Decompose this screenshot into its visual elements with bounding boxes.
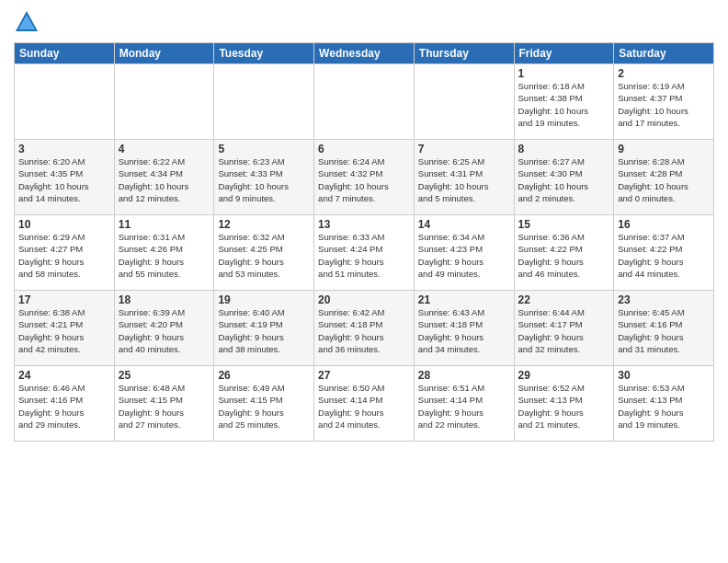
day-number: 4: [119, 143, 210, 155]
day-number: 27: [318, 369, 410, 382]
day-number: 15: [518, 218, 610, 231]
day-number: 16: [618, 218, 710, 231]
day-info: Sunrise: 6:25 AM Sunset: 4:31 PM Dayligh…: [418, 155, 510, 204]
day-info: Sunrise: 6:31 AM Sunset: 4:26 PM Dayligh…: [119, 231, 210, 280]
calendar-cell: 7Sunrise: 6:25 AM Sunset: 4:31 PM Daylig…: [414, 140, 514, 215]
calendar-cell: 19Sunrise: 6:40 AM Sunset: 4:19 PM Dayli…: [214, 291, 314, 366]
day-number: 1: [518, 67, 610, 80]
day-info: Sunrise: 6:36 AM Sunset: 4:22 PM Dayligh…: [518, 231, 610, 280]
calendar-cell: 25Sunrise: 6:48 AM Sunset: 4:15 PM Dayli…: [114, 366, 214, 442]
day-info: Sunrise: 6:50 AM Sunset: 4:14 PM Dayligh…: [318, 382, 410, 431]
day-info: Sunrise: 6:22 AM Sunset: 4:34 PM Dayligh…: [119, 155, 210, 204]
calendar-week-row: 10Sunrise: 6:29 AM Sunset: 4:27 PM Dayli…: [15, 215, 714, 291]
day-header: Saturday: [614, 43, 714, 64]
calendar-cell: 10Sunrise: 6:29 AM Sunset: 4:27 PM Dayli…: [15, 215, 115, 291]
header-row: SundayMondayTuesdayWednesdayThursdayFrid…: [15, 43, 714, 64]
day-number: 28: [418, 369, 510, 382]
day-info: Sunrise: 6:19 AM Sunset: 4:37 PM Dayligh…: [618, 80, 710, 129]
calendar-cell: 11Sunrise: 6:31 AM Sunset: 4:26 PM Dayli…: [114, 215, 214, 291]
day-info: Sunrise: 6:53 AM Sunset: 4:13 PM Dayligh…: [618, 382, 710, 431]
calendar-cell: 6Sunrise: 6:24 AM Sunset: 4:32 PM Daylig…: [314, 140, 415, 215]
day-number: 30: [618, 369, 710, 382]
day-number: 12: [218, 218, 310, 231]
calendar-cell: 4Sunrise: 6:22 AM Sunset: 4:34 PM Daylig…: [114, 140, 214, 215]
calendar-cell: 29Sunrise: 6:52 AM Sunset: 4:13 PM Dayli…: [514, 366, 614, 442]
calendar-cell: 23Sunrise: 6:45 AM Sunset: 4:16 PM Dayli…: [614, 291, 714, 366]
calendar-cell: [114, 64, 214, 140]
logo: [14, 9, 43, 35]
calendar-cell: 5Sunrise: 6:23 AM Sunset: 4:33 PM Daylig…: [214, 140, 314, 215]
day-info: Sunrise: 6:40 AM Sunset: 4:19 PM Dayligh…: [218, 306, 310, 355]
day-number: 26: [218, 369, 310, 382]
calendar-week-row: 17Sunrise: 6:38 AM Sunset: 4:21 PM Dayli…: [15, 291, 714, 366]
day-info: Sunrise: 6:27 AM Sunset: 4:30 PM Dayligh…: [518, 155, 610, 204]
calendar-cell: 12Sunrise: 6:32 AM Sunset: 4:25 PM Dayli…: [214, 215, 314, 291]
day-number: 17: [18, 293, 110, 306]
day-number: 18: [119, 293, 210, 306]
day-number: 9: [618, 143, 710, 155]
calendar-cell: 22Sunrise: 6:44 AM Sunset: 4:17 PM Dayli…: [514, 291, 614, 366]
calendar-cell: 24Sunrise: 6:46 AM Sunset: 4:16 PM Dayli…: [15, 366, 115, 442]
calendar-cell: 18Sunrise: 6:39 AM Sunset: 4:20 PM Dayli…: [114, 291, 214, 366]
day-number: 29: [518, 369, 610, 382]
calendar-week-row: 24Sunrise: 6:46 AM Sunset: 4:16 PM Dayli…: [15, 366, 714, 442]
day-info: Sunrise: 6:43 AM Sunset: 4:18 PM Dayligh…: [418, 306, 510, 355]
day-info: Sunrise: 6:42 AM Sunset: 4:18 PM Dayligh…: [318, 306, 410, 355]
calendar-cell: [15, 64, 115, 140]
day-info: Sunrise: 6:45 AM Sunset: 4:16 PM Dayligh…: [618, 306, 710, 355]
day-info: Sunrise: 6:46 AM Sunset: 4:16 PM Dayligh…: [18, 382, 110, 431]
day-header: Monday: [114, 43, 214, 64]
day-info: Sunrise: 6:37 AM Sunset: 4:22 PM Dayligh…: [618, 231, 710, 280]
day-info: Sunrise: 6:18 AM Sunset: 4:38 PM Dayligh…: [518, 80, 610, 129]
day-number: 6: [318, 143, 410, 155]
calendar-cell: 26Sunrise: 6:49 AM Sunset: 4:15 PM Dayli…: [214, 366, 314, 442]
day-number: 22: [518, 293, 610, 306]
day-header: Wednesday: [314, 43, 415, 64]
day-info: Sunrise: 6:29 AM Sunset: 4:27 PM Dayligh…: [18, 231, 110, 280]
page: SundayMondayTuesdayWednesdayThursdayFrid…: [0, 0, 728, 563]
calendar-cell: 16Sunrise: 6:37 AM Sunset: 4:22 PM Dayli…: [614, 215, 714, 291]
day-info: Sunrise: 6:28 AM Sunset: 4:28 PM Dayligh…: [618, 155, 710, 204]
calendar-cell: 1Sunrise: 6:18 AM Sunset: 4:38 PM Daylig…: [514, 64, 614, 140]
day-info: Sunrise: 6:20 AM Sunset: 4:35 PM Dayligh…: [18, 155, 110, 204]
day-info: Sunrise: 6:38 AM Sunset: 4:21 PM Dayligh…: [18, 306, 110, 355]
calendar-cell: [214, 64, 314, 140]
day-number: 11: [119, 218, 210, 231]
day-number: 25: [119, 369, 210, 382]
day-info: Sunrise: 6:44 AM Sunset: 4:17 PM Dayligh…: [518, 306, 610, 355]
day-number: 19: [218, 293, 310, 306]
calendar-cell: 20Sunrise: 6:42 AM Sunset: 4:18 PM Dayli…: [314, 291, 415, 366]
day-number: 21: [418, 293, 510, 306]
calendar: SundayMondayTuesdayWednesdayThursdayFrid…: [14, 42, 714, 442]
day-info: Sunrise: 6:48 AM Sunset: 4:15 PM Dayligh…: [119, 382, 210, 431]
calendar-cell: [314, 64, 415, 140]
calendar-week-row: 3Sunrise: 6:20 AM Sunset: 4:35 PM Daylig…: [15, 140, 714, 215]
day-info: Sunrise: 6:52 AM Sunset: 4:13 PM Dayligh…: [518, 382, 610, 431]
day-number: 8: [518, 143, 610, 155]
day-header: Thursday: [414, 43, 514, 64]
calendar-cell: 8Sunrise: 6:27 AM Sunset: 4:30 PM Daylig…: [514, 140, 614, 215]
calendar-cell: 17Sunrise: 6:38 AM Sunset: 4:21 PM Dayli…: [15, 291, 115, 366]
day-info: Sunrise: 6:33 AM Sunset: 4:24 PM Dayligh…: [318, 231, 410, 280]
day-number: 2: [618, 67, 710, 80]
calendar-cell: 21Sunrise: 6:43 AM Sunset: 4:18 PM Dayli…: [414, 291, 514, 366]
day-info: Sunrise: 6:34 AM Sunset: 4:23 PM Dayligh…: [418, 231, 510, 280]
day-info: Sunrise: 6:39 AM Sunset: 4:20 PM Dayligh…: [119, 306, 210, 355]
calendar-cell: 13Sunrise: 6:33 AM Sunset: 4:24 PM Dayli…: [314, 215, 415, 291]
day-header: Friday: [514, 43, 614, 64]
day-info: Sunrise: 6:23 AM Sunset: 4:33 PM Dayligh…: [218, 155, 310, 204]
day-info: Sunrise: 6:51 AM Sunset: 4:14 PM Dayligh…: [418, 382, 510, 431]
day-info: Sunrise: 6:49 AM Sunset: 4:15 PM Dayligh…: [218, 382, 310, 431]
day-header: Sunday: [15, 43, 115, 64]
logo-icon: [14, 9, 40, 35]
calendar-week-row: 1Sunrise: 6:18 AM Sunset: 4:38 PM Daylig…: [15, 64, 714, 140]
calendar-cell: 30Sunrise: 6:53 AM Sunset: 4:13 PM Dayli…: [614, 366, 714, 442]
calendar-cell: 14Sunrise: 6:34 AM Sunset: 4:23 PM Dayli…: [414, 215, 514, 291]
calendar-cell: 27Sunrise: 6:50 AM Sunset: 4:14 PM Dayli…: [314, 366, 415, 442]
calendar-cell: [414, 64, 514, 140]
calendar-cell: 28Sunrise: 6:51 AM Sunset: 4:14 PM Dayli…: [414, 366, 514, 442]
calendar-cell: 9Sunrise: 6:28 AM Sunset: 4:28 PM Daylig…: [614, 140, 714, 215]
day-number: 10: [18, 218, 110, 231]
day-header: Tuesday: [214, 43, 314, 64]
day-number: 20: [318, 293, 410, 306]
